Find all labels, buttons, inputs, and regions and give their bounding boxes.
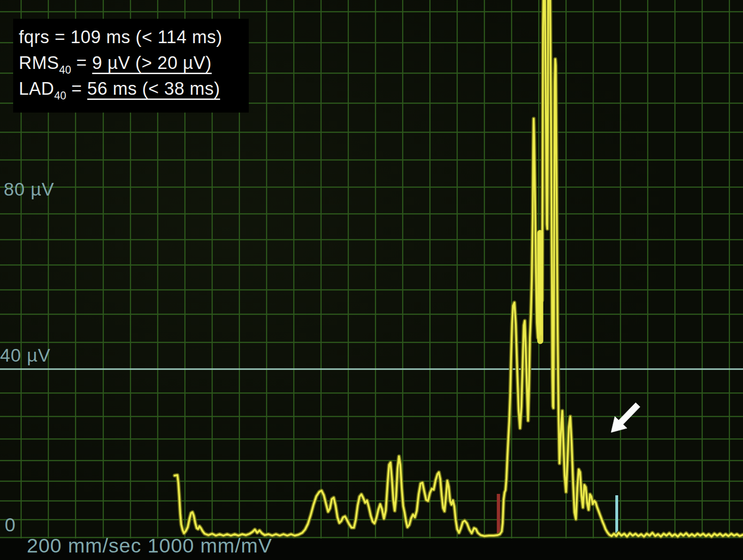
measurement-equals: = — [66, 79, 87, 98]
measurement-value: 9 µV (> 20 µV) — [92, 53, 212, 73]
measurement-line-lad40: LAD40 = 56 ms (< 38 ms) — [19, 77, 249, 103]
measurement-name: RMS — [19, 53, 59, 73]
measurement-line-rms40: RMS40 = 9 µV (> 20 µV) — [19, 51, 249, 77]
x-axis-scale-label: 200 mm/sec 1000 mm/mV — [27, 534, 272, 557]
measurement-subscript: 40 — [54, 90, 66, 102]
measurement-equals: = — [71, 53, 92, 73]
measurement-value: 56 ms (< 38 ms) — [87, 79, 220, 98]
y-axis-label-80uv: 80 µV — [4, 179, 54, 200]
measurement-panel: fqrs = 109 ms (< 114 ms) RMS40 = 9 µV (>… — [13, 19, 249, 113]
y-axis-label-zero: 0 — [5, 514, 16, 536]
measurement-name: fqrs — [19, 27, 49, 47]
late-potential-arrow-icon — [611, 403, 640, 433]
measurement-name: LAD — [19, 79, 54, 98]
measurement-value: 109 ms (< 114 ms) — [70, 27, 222, 47]
measurement-line-fqrs: fqrs = 109 ms (< 114 ms) — [19, 25, 249, 51]
y-axis-label-40uv: 40 µV — [0, 345, 51, 366]
saecg-screen: fqrs = 109 ms (< 114 ms) RMS40 = 9 µV (>… — [0, 0, 743, 560]
measurement-subscript: 40 — [59, 64, 71, 76]
measurement-equals: = — [49, 27, 70, 47]
